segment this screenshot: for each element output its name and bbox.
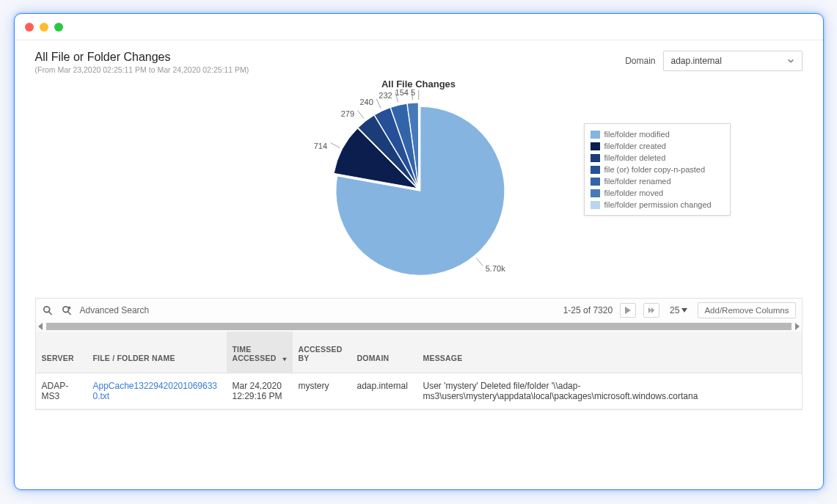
page-title: All File or Folder Changes xyxy=(35,51,249,64)
add-remove-columns-button[interactable]: Add/Remove Columns xyxy=(698,302,795,318)
page-date-range: (From Mar 23,2020 02:25:11 PM to Mar 24,… xyxy=(35,65,249,74)
col-file[interactable]: FILE / FOLDER NAME xyxy=(87,332,227,373)
svg-line-2 xyxy=(357,111,364,119)
svg-marker-11 xyxy=(681,308,687,313)
col-time-accessed[interactable]: TIME ACCESSED xyxy=(227,332,293,373)
legend-label: file/folder deleted xyxy=(604,153,666,162)
results-table: SERVER FILE / FOLDER NAME TIME ACCESSED … xyxy=(35,332,803,410)
legend-swatch xyxy=(591,201,600,209)
window-titlebar xyxy=(15,14,823,40)
pie-slice-label: 240 xyxy=(359,98,373,106)
domain-picker: Domain adap.internal xyxy=(625,51,802,71)
svg-marker-9 xyxy=(648,307,651,313)
svg-marker-14 xyxy=(282,358,287,361)
cell-accessed-by: mystery xyxy=(293,373,351,409)
legend-item[interactable]: file (or) folder copy-n-pasted xyxy=(591,164,724,175)
caret-down-icon xyxy=(681,308,687,313)
table-horizontal-scrollbar[interactable] xyxy=(35,321,803,332)
svg-line-1 xyxy=(330,143,339,148)
pager-last-button[interactable] xyxy=(643,303,659,318)
chevron-down-icon xyxy=(787,57,794,65)
window-close-button[interactable] xyxy=(25,23,34,32)
svg-marker-13 xyxy=(795,323,800,330)
domain-select[interactable]: adap.internal xyxy=(663,51,803,71)
svg-line-3 xyxy=(376,99,381,109)
chart-area: All File Changes file/folder modifiedfil… xyxy=(35,78,803,292)
legend-label: file (or) folder copy-n-pasted xyxy=(604,165,706,174)
search-icon[interactable] xyxy=(42,304,54,316)
svg-marker-12 xyxy=(38,323,43,330)
scroll-thumb[interactable] xyxy=(46,323,792,330)
page-size-select[interactable]: 25 xyxy=(667,305,690,315)
legend-label: file/folder renamed xyxy=(604,177,671,186)
pie-slice-label: 5.70k xyxy=(486,264,505,273)
domain-label: Domain xyxy=(625,56,655,66)
app-window: All File or Folder Changes (From Mar 23,… xyxy=(14,13,824,490)
legend-swatch xyxy=(591,131,600,139)
cell-domain: adap.internal xyxy=(351,373,417,409)
page-size-value: 25 xyxy=(670,305,679,315)
sort-desc-icon xyxy=(282,357,287,362)
col-accessed-by[interactable]: ACCESSED BY xyxy=(293,332,351,373)
window-zoom-button[interactable] xyxy=(54,23,63,32)
pie-slice-label: 279 xyxy=(341,109,354,118)
legend-swatch xyxy=(591,178,600,186)
svg-marker-8 xyxy=(625,307,631,314)
pie-slice-label: 5 xyxy=(411,88,415,97)
legend-swatch xyxy=(591,154,600,162)
table-header-row: SERVER FILE / FOLDER NAME TIME ACCESSED … xyxy=(36,332,802,373)
scroll-right-icon[interactable] xyxy=(793,323,800,330)
cell-time: Mar 24,2020 12:29:16 PM xyxy=(227,373,293,409)
legend-label: file/folder moved xyxy=(604,189,664,197)
cell-server: ADAP-MS3 xyxy=(36,373,87,409)
svg-point-7 xyxy=(67,306,70,309)
legend-item[interactable]: file/folder deleted xyxy=(591,152,724,164)
domain-selected-value: adap.internal xyxy=(671,56,722,66)
col-domain[interactable]: DOMAIN xyxy=(351,332,417,373)
page-header: All File or Folder Changes (From Mar 23,… xyxy=(35,51,803,74)
cell-message: User 'mystery' Deleted file/folder '\\ad… xyxy=(417,373,802,409)
legend-swatch xyxy=(591,189,600,197)
col-server[interactable]: SERVER xyxy=(36,332,87,373)
pager-next-button[interactable] xyxy=(620,303,636,318)
pie-chart: file/folder modifiedfile/folder createdf… xyxy=(246,94,591,285)
legend-label: file/folder permission changed xyxy=(604,200,712,209)
scroll-left-icon[interactable] xyxy=(37,323,45,330)
legend-item[interactable]: file/folder moved xyxy=(591,187,724,199)
legend-swatch xyxy=(591,142,600,150)
advanced-search-link[interactable]: Advanced Search xyxy=(80,305,150,315)
legend-label: file/folder modified xyxy=(604,130,670,139)
pager-text: 1-25 of 7320 xyxy=(563,305,613,315)
chart-title: All File Changes xyxy=(35,78,803,90)
table-row[interactable]: ADAP-MS3AppCache132294202010696330.txtMa… xyxy=(36,373,802,409)
cell-file-link[interactable]: AppCache132294202010696330.txt xyxy=(87,373,227,409)
legend-item[interactable]: file/folder renamed xyxy=(591,175,724,187)
pie-slice-label: 232 xyxy=(379,91,392,100)
table-toolbar: Advanced Search 1-25 of 7320 25 Add/Remo… xyxy=(35,298,803,321)
window-minimize-button[interactable] xyxy=(40,23,48,32)
search-settings-icon[interactable] xyxy=(61,304,73,316)
svg-line-0 xyxy=(476,258,483,266)
legend-swatch xyxy=(591,166,600,174)
pie-svg xyxy=(246,90,591,288)
page-content: All File or Folder Changes (From Mar 23,… xyxy=(15,40,823,489)
pie-slice-label: 154 xyxy=(395,88,409,97)
legend-label: file/folder created xyxy=(604,142,666,150)
legend-item[interactable]: file/folder created xyxy=(591,140,724,152)
col-message[interactable]: MESSAGE xyxy=(417,332,802,373)
legend-item[interactable]: file/folder permission changed xyxy=(591,199,724,211)
legend-item[interactable]: file/folder modified xyxy=(591,128,724,140)
pie-slice-label: 714 xyxy=(314,142,327,150)
chart-legend: file/folder modifiedfile/folder createdf… xyxy=(584,123,731,216)
svg-marker-10 xyxy=(651,307,654,313)
